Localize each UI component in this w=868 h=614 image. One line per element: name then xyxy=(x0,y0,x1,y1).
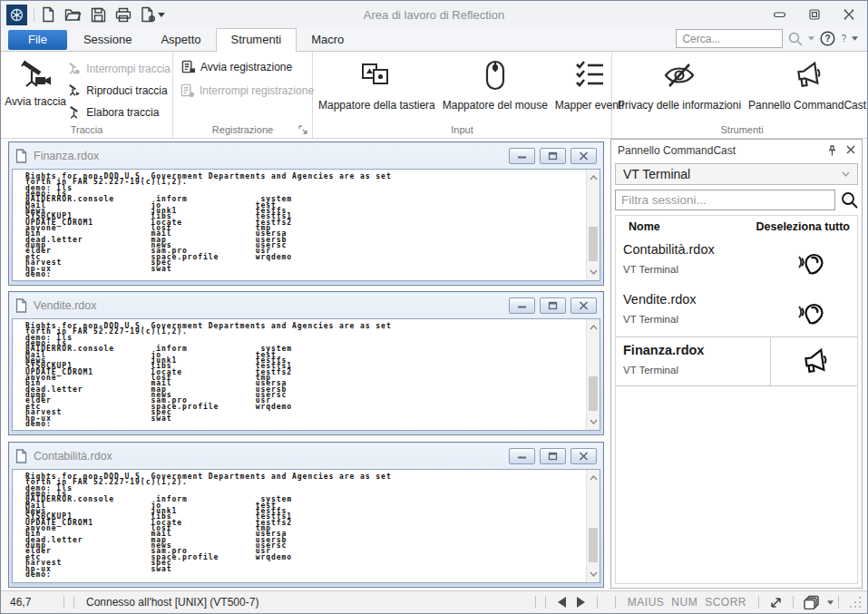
app-logo-icon[interactable] xyxy=(6,5,27,25)
record-start-icon xyxy=(180,60,196,74)
save-icon[interactable] xyxy=(91,7,106,23)
scroll-down-icon[interactable] xyxy=(587,568,600,580)
avvia-traccia-button[interactable]: Avvia traccia xyxy=(5,55,66,122)
terminal-screen[interactable]: Rights for non-DOD U.S. Government Depar… xyxy=(12,169,600,281)
megaphone-icon[interactable] xyxy=(770,337,857,385)
minimize-icon[interactable] xyxy=(509,297,535,314)
tab-macro[interactable]: Macro xyxy=(297,29,358,51)
search-icon[interactable] xyxy=(788,32,803,46)
help-icon[interactable]: ? xyxy=(820,31,835,46)
maximize-icon[interactable] xyxy=(540,148,566,164)
mappatore-tastiera-button[interactable]: Mappatore della tastiera xyxy=(315,54,439,122)
search-dropdown-icon[interactable] xyxy=(808,36,814,41)
new-from-template-icon[interactable] xyxy=(141,6,165,23)
privacy-informazioni-button[interactable]: Privacy delle informazioni xyxy=(614,54,745,122)
scrollbar-thumb[interactable] xyxy=(589,528,598,562)
search-input[interactable] xyxy=(676,29,783,48)
panel-title: Pannello CommandCast xyxy=(618,144,736,157)
avvia-registrazione-button[interactable]: Avvia registrazione xyxy=(180,57,308,77)
terminal-screen[interactable]: Rights for non-DOD U.S. Government Depar… xyxy=(12,469,600,583)
scrollbar-thumb[interactable] xyxy=(589,227,598,261)
divider xyxy=(838,596,839,609)
tab-aspetto[interactable]: Aspetto xyxy=(146,29,215,51)
divider xyxy=(793,596,794,609)
ear-listen-icon[interactable] xyxy=(770,237,857,287)
pin-icon[interactable] xyxy=(827,145,837,157)
terminal-screen[interactable]: Rights for non-DOD U.S. Government Depar… xyxy=(12,318,600,431)
scroll-down-icon[interactable] xyxy=(587,415,600,428)
session-row-vendite[interactable]: Vendite.rdox VT Terminal xyxy=(616,287,857,336)
close-icon[interactable] xyxy=(571,297,597,314)
scrollbar[interactable] xyxy=(586,470,600,582)
riproduci-traccia-button[interactable]: Riproduci traccia xyxy=(66,81,171,100)
ribbon-search-area: ? ? xyxy=(676,29,867,51)
scroll-up-icon[interactable] xyxy=(587,472,600,484)
scrollbar-thumb[interactable] xyxy=(589,376,598,411)
close-icon[interactable] xyxy=(846,145,855,157)
maximize-icon[interactable] xyxy=(540,297,566,314)
close-icon[interactable] xyxy=(571,448,597,464)
mappatore-mouse-button[interactable]: Mappatore del mouse xyxy=(439,54,551,122)
status-bar: 46,7 Connesso all'host [UNIX] (VT500-7) … xyxy=(1,590,867,613)
session-window-title: Finanza.rdox xyxy=(34,150,99,162)
scrollbar[interactable] xyxy=(586,319,600,430)
event-mapper-icon xyxy=(573,55,606,95)
deselect-all-button[interactable]: Deseleziona tutto xyxy=(756,220,851,233)
session-window-titlebar[interactable]: Finanza.rdox xyxy=(9,142,603,169)
trace-stop-icon xyxy=(66,62,82,75)
session-type: VT Terminal xyxy=(623,264,770,275)
elabora-traccia-button[interactable]: Elabora traccia xyxy=(66,102,171,122)
statusbar-right: MAIUS NUM SCORR xyxy=(531,595,862,609)
pannello-commandcast-button[interactable]: Pannello CommandCast xyxy=(745,54,868,122)
restore-icon[interactable] xyxy=(809,9,820,20)
print-icon[interactable] xyxy=(115,7,132,23)
dialog-launcher-icon[interactable] xyxy=(298,125,308,135)
keyboard-mapper-icon xyxy=(360,55,393,95)
minimize-icon[interactable] xyxy=(509,448,535,464)
open-icon[interactable] xyxy=(64,7,82,22)
mouse-mapper-icon xyxy=(483,55,507,95)
resize-grip[interactable] xyxy=(849,596,862,609)
next-session-icon[interactable] xyxy=(577,597,585,608)
ribbon-group-traccia: Avvia traccia Interrompi traccia Riprodu… xyxy=(1,52,173,138)
layout-dropdown-icon[interactable] xyxy=(827,600,834,605)
previous-session-icon[interactable] xyxy=(558,597,566,608)
session-window-title: Vendite.rdox xyxy=(34,299,97,312)
minimize-icon[interactable] xyxy=(509,148,535,164)
tab-sessione[interactable]: Sessione xyxy=(69,29,146,51)
document-icon xyxy=(15,149,27,163)
expand-resize-icon[interactable] xyxy=(769,596,783,609)
window-controls xyxy=(774,9,862,20)
session-window-title: Contabilità.rdox xyxy=(34,450,112,463)
scroll-up-icon[interactable] xyxy=(587,321,600,334)
svg-text:?: ? xyxy=(825,34,831,44)
session-row-finanza[interactable]: Finanza.rdox VT Terminal xyxy=(616,336,857,386)
new-document-icon[interactable] xyxy=(41,6,55,23)
close-icon[interactable] xyxy=(844,9,854,20)
session-window-titlebar[interactable]: Contabilità.rdox xyxy=(9,443,603,469)
maximize-icon[interactable] xyxy=(540,448,566,464)
divider xyxy=(758,596,759,609)
search-icon[interactable] xyxy=(841,191,858,209)
filter-sessions-input[interactable] xyxy=(615,190,835,210)
scrollbar[interactable] xyxy=(586,170,600,280)
window-layout-icon[interactable] xyxy=(804,595,820,609)
ribbon-group-input: Mappatore della tastiera Mappatore del m… xyxy=(313,52,612,138)
tab-file[interactable]: File xyxy=(8,30,67,50)
scroll-down-icon[interactable] xyxy=(587,266,600,278)
session-window-controls xyxy=(509,297,597,314)
session-row-contabilita[interactable]: Contabilità.rdox VT Terminal xyxy=(616,237,857,287)
terminal-type-dropdown[interactable]: VT Terminal xyxy=(615,163,858,185)
minimize-icon[interactable] xyxy=(774,11,785,18)
close-icon[interactable] xyxy=(571,148,597,164)
ribbon-strumenti: Avvia traccia Interrompi traccia Riprodu… xyxy=(1,52,867,139)
ear-listen-icon[interactable] xyxy=(770,287,857,336)
reflection-workspace-window: Area di lavoro di Reflection File Sessio… xyxy=(0,0,868,614)
scroll-lock-indicator: SCORR xyxy=(705,596,746,609)
privacy-eye-slash-icon xyxy=(661,55,697,95)
help-dropdown-icon[interactable] xyxy=(852,36,858,41)
session-window-titlebar[interactable]: Vendite.rdox xyxy=(9,292,603,318)
tab-strumenti[interactable]: Strumenti xyxy=(216,28,297,52)
document-icon xyxy=(15,449,27,463)
scroll-up-icon[interactable] xyxy=(587,171,600,184)
